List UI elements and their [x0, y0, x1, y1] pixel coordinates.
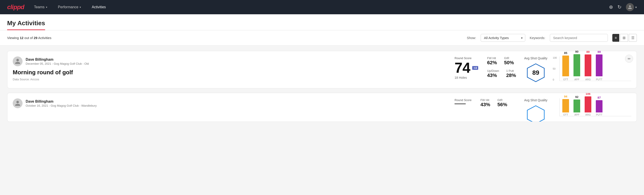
round-score-group: Round Score 74 +4 18 Holes: [454, 56, 478, 80]
main-content: ✏ Dave Billingham December 05, 2021 - Go…: [0, 51, 644, 134]
user-date: December 05, 2021 - Gog Magog Golf Club …: [26, 62, 89, 65]
sub-stat-row-2: Up/Down 43% 1 Putt 28%: [487, 69, 516, 78]
round-score-label: Round Score: [454, 56, 478, 60]
page-title: My Activities: [7, 20, 45, 30]
nav-performance[interactable]: Performance ▾: [57, 5, 82, 9]
bar-value-app: 90: [575, 50, 578, 53]
hexagon-score: 89: [532, 69, 539, 76]
nav-teams[interactable]: Teams ▾: [33, 5, 48, 9]
svg-marker-1: [527, 106, 544, 122]
sub-stat-row-2-1: FW Hit 43% GIR 56%: [480, 98, 507, 108]
bar-label-ott: OTT: [563, 78, 568, 81]
nav-activities[interactable]: Activities: [91, 5, 107, 9]
teams-chevron-icon: ▾: [46, 6, 47, 9]
quality-label: Avg Shot Quality: [524, 56, 548, 60]
activity-type-select[interactable]: All Activity Types: [481, 34, 525, 42]
bar-ott: [562, 56, 569, 76]
bar-label-arg: ARG: [585, 78, 591, 81]
logo[interactable]: clippd: [7, 4, 24, 11]
keywords-label: Keywords:: [530, 36, 545, 40]
bar-label-putt-2: PUTT: [596, 113, 602, 116]
user-row: Dave Billingham December 05, 2021 - Gog …: [13, 56, 448, 66]
view-list-compact-button[interactable]: ≡: [612, 34, 619, 42]
bar-value-putt: 89: [598, 50, 601, 54]
card-stats: Round Score 74 +4 18 Holes FW Hit 62% GI…: [454, 56, 517, 80]
fw-hit-2: FW Hit 43%: [480, 98, 490, 108]
bar-value-ott-2: 94: [564, 95, 567, 98]
bar-value-arg: 89: [586, 50, 590, 54]
navbar-right: ⊕ ↻ ▾: [609, 3, 637, 11]
card-left: Dave Billingham December 05, 2021 - Gog …: [13, 56, 448, 81]
user-name: Dave Billingham: [26, 58, 89, 62]
fw-hit: FW Hit 62%: [487, 56, 497, 66]
bar-group-putt: 89 PUTT: [596, 50, 602, 81]
score-holes: 18 Holes: [454, 76, 478, 80]
bar-group-ott-2: 94 OTT: [562, 95, 569, 116]
refresh-icon[interactable]: ↻: [618, 4, 622, 10]
card-left-2: Dave Billingham October 16, 2021 - Gog M…: [13, 98, 448, 111]
round-title: Morning round of golf: [13, 69, 448, 76]
bar-label-arg-2: ARG: [585, 113, 591, 116]
navbar: clippd Teams ▾ Performance ▾ Activities …: [0, 0, 644, 14]
gir: GIR 50%: [504, 56, 514, 66]
data-source: Data Source: Arccos: [13, 78, 448, 81]
view-list-detail-button[interactable]: ☰: [629, 34, 637, 42]
bar-value-putt-2: 87: [598, 96, 601, 99]
show-label: Show:: [467, 36, 476, 40]
user-avatar[interactable]: [626, 3, 634, 11]
user-row-2: Dave Billingham October 16, 2021 - Gog M…: [13, 98, 448, 108]
bar-label-ott-2: OTT: [563, 113, 568, 116]
bar-group-arg: 89 ARG: [585, 50, 591, 81]
chart-y-labels: 100 50 0: [553, 56, 557, 81]
bar-value-ott: 85: [564, 51, 567, 55]
bar-chart-container-2: 94 OTT 92 APP 106 ARG: [553, 98, 631, 116]
sub-stats: FW Hit 62% GIR 50% Up/Down 43% 1 Putt: [487, 56, 516, 78]
score-badge: +4: [472, 66, 478, 70]
bar-group-arg-2: 106 ARG: [585, 93, 591, 116]
view-grid-button[interactable]: ⊞: [620, 34, 628, 42]
quality-label-2: Avg Shot Quality: [524, 98, 548, 102]
bar-putt: [596, 54, 602, 76]
performance-chevron-icon: ▾: [80, 6, 81, 9]
hexagon-container-2: [524, 105, 548, 122]
score-line: [454, 104, 466, 104]
round-score-label-2: Round Score: [454, 98, 472, 102]
user-info-2: Dave Billingham October 16, 2021 - Gog M…: [26, 100, 96, 107]
bar-label-app-2: APP: [574, 113, 579, 116]
round-score-group-2: Round Score: [454, 98, 472, 104]
avatar: [13, 56, 22, 66]
user-name-2: Dave Billingham: [26, 100, 96, 104]
activity-type-select-wrapper: All Activity Types: [481, 34, 525, 42]
sub-stat-row-1: FW Hit 62% GIR 50%: [487, 56, 516, 66]
hexagon-2: [526, 105, 546, 122]
bar-value-app-2: 92: [575, 95, 578, 98]
user-info: Dave Billingham December 05, 2021 - Gog …: [26, 58, 89, 65]
user-date-2: October 16, 2021 - Gog Magog Golf Club -…: [26, 104, 96, 107]
gir-2: GIR 56%: [498, 98, 507, 108]
search-input[interactable]: [550, 34, 608, 42]
sub-stats-2: FW Hit 43% GIR 56%: [480, 98, 507, 108]
bar-value-arg-2: 106: [586, 93, 590, 96]
bar-putt-2: [596, 100, 602, 112]
add-circle-icon[interactable]: ⊕: [609, 4, 613, 10]
viewing-count-text: Viewing 12 out of 29 Activities: [7, 36, 462, 40]
bar-group-putt-2: 87 PUTT: [596, 96, 602, 116]
bar-label-putt: PUTT: [596, 78, 602, 81]
user-menu[interactable]: ▾: [626, 3, 637, 11]
bar-group-app-2: 92 APP: [574, 95, 580, 116]
viewing-total: 29: [34, 36, 38, 40]
filter-bar: Viewing 12 out of 29 Activities Show: Al…: [0, 30, 644, 46]
quality-section-2: Avg Shot Quality: [524, 98, 548, 122]
avatar-2: [13, 98, 22, 108]
bar-chart-container: 100 50 0 85 OTT: [553, 56, 631, 81]
updown: Up/Down 43%: [487, 69, 499, 78]
user-chevron-icon: ▾: [635, 6, 637, 9]
score-value: 74: [454, 61, 470, 75]
hexagon: 89: [526, 63, 546, 83]
hexagon-container: 89: [524, 63, 548, 83]
navbar-left: clippd Teams ▾ Performance ▾ Activities: [7, 4, 107, 11]
activity-card: ✏ Dave Billingham December 05, 2021 - Go…: [7, 51, 637, 88]
card-quality-2: Avg Shot Quality 94: [524, 98, 631, 122]
bar-label-app: APP: [574, 78, 579, 81]
bar-arg-2: [585, 96, 591, 112]
